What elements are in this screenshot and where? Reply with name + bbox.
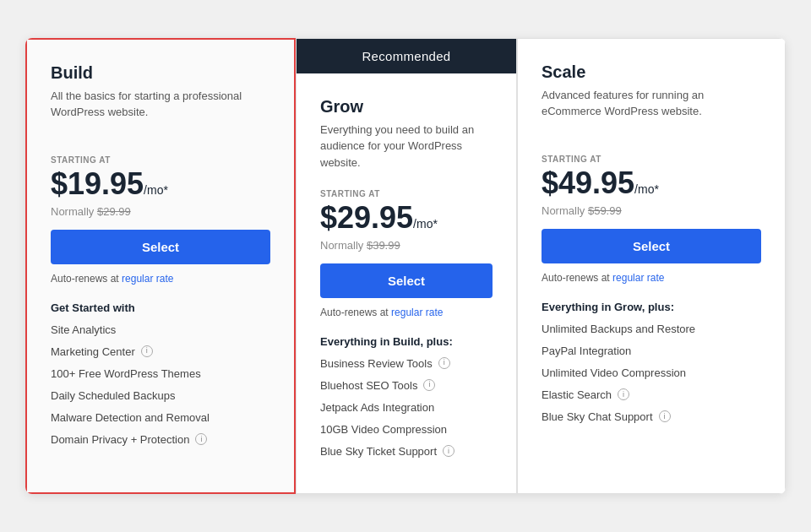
- plan-scale-price-row: $49.95 /mo*: [542, 166, 761, 201]
- plan-scale: Scale Advanced features for running an e…: [517, 38, 786, 495]
- plan-scale-title: Scale: [542, 62, 761, 82]
- plan-build-features-title: Get Started with: [51, 301, 270, 314]
- plan-grow-feature-5: Blue Sky Ticket Support i: [320, 444, 493, 459]
- plan-scale-feature-2: PayPal Integration: [542, 344, 761, 359]
- recommended-banner: Recommended: [297, 39, 516, 73]
- plan-scale-feature-3: Unlimited Video Compression: [542, 366, 761, 381]
- plan-grow-starting-label: STARTING AT: [320, 189, 493, 198]
- plan-grow-feature-3: Jetpack Ads Integration: [320, 400, 493, 415]
- plan-build-normally: Normally $29.99: [51, 205, 270, 218]
- plan-build-feature-2: Marketing Center i: [51, 345, 270, 360]
- plan-scale-original-price: $59.99: [588, 204, 622, 217]
- plan-grow-select-button[interactable]: Select: [320, 263, 493, 298]
- plan-grow-col: Recommended Grow Everything you need to …: [296, 38, 517, 495]
- info-icon-7: i: [659, 410, 671, 422]
- plan-build-price-row: $19.95 /mo*: [51, 166, 270, 202]
- plan-scale-starting-label: STARTING AT: [542, 155, 761, 164]
- plan-build-price-suffix: /mo*: [144, 183, 168, 197]
- plan-grow-normally: Normally $39.99: [320, 239, 493, 252]
- plan-build-feature-6: Domain Privacy + Protection i: [51, 432, 270, 448]
- plan-grow-price: $29.95: [320, 200, 413, 236]
- plan-build-desc: All the basics for starting a profession…: [51, 88, 270, 138]
- info-icon-3: i: [438, 357, 450, 369]
- plan-scale-price: $49.95: [542, 166, 634, 201]
- plan-build-feature-4: Daily Scheduled Backups: [51, 388, 270, 404]
- plan-build-auto-renew: Auto-renews at regular rate: [51, 273, 270, 285]
- plan-scale-feature-4: Elastic Search i: [542, 388, 761, 403]
- plan-grow-feature-1: Business Review Tools i: [320, 356, 493, 372]
- plan-grow-features-title: Everything in Build, plus:: [320, 335, 493, 348]
- plan-scale-feature-1: Unlimited Backups and Restore: [542, 322, 761, 337]
- plan-grow-price-suffix: /mo*: [413, 217, 438, 231]
- plan-grow-desc: Everything you need to build an audience…: [320, 122, 493, 172]
- plan-grow-feature-4: 10GB Video Compression: [320, 422, 493, 437]
- plan-build-select-button[interactable]: Select: [51, 230, 270, 264]
- plan-build-original-price: $29.99: [97, 205, 131, 218]
- info-icon-2: i: [195, 433, 207, 445]
- plan-scale-features-title: Everything in Grow, plus:: [542, 301, 761, 313]
- plan-grow-price-row: $29.95 /mo*: [320, 200, 493, 236]
- plan-scale-desc: Advanced features for running an eCommer…: [542, 87, 761, 138]
- pricing-container: Build All the basics for starting a prof…: [25, 38, 786, 495]
- plan-build-title: Build: [51, 63, 270, 83]
- plan-scale-select-button[interactable]: Select: [542, 229, 761, 263]
- plan-grow-auto-renew: Auto-renews at regular rate: [320, 307, 493, 318]
- plan-build-regular-rate-link[interactable]: regular rate: [122, 273, 173, 285]
- plan-build-feature-1: Site Analytics: [51, 323, 270, 338]
- plan-scale-normally: Normally $59.99: [542, 204, 761, 217]
- plan-build: Build All the basics for starting a prof…: [25, 38, 296, 495]
- plan-grow-original-price: $39.99: [367, 239, 400, 252]
- plan-scale-auto-renew: Auto-renews at regular rate: [542, 272, 761, 284]
- info-icon-4: i: [423, 379, 435, 391]
- plan-scale-price-suffix: /mo*: [634, 182, 659, 196]
- plan-grow-feature-2: Bluehost SEO Tools i: [320, 378, 493, 394]
- plan-build-feature-5: Malware Detection and Removal: [51, 410, 270, 426]
- recommended-label: Recommended: [362, 49, 450, 63]
- info-icon: i: [141, 345, 153, 357]
- info-icon-6: i: [618, 388, 629, 400]
- plan-scale-regular-rate-link[interactable]: regular rate: [612, 272, 664, 284]
- plan-grow-title: Grow: [320, 97, 493, 117]
- info-icon-5: i: [443, 445, 454, 457]
- plan-build-price: $19.95: [51, 166, 144, 202]
- plan-build-feature-3: 100+ Free WordPress Themes: [51, 366, 270, 382]
- plan-grow: Grow Everything you need to build an aud…: [297, 73, 516, 494]
- plan-build-starting-label: STARTING AT: [51, 155, 270, 165]
- plan-grow-regular-rate-link[interactable]: regular rate: [391, 307, 443, 318]
- plan-scale-feature-5: Blue Sky Chat Support i: [542, 410, 761, 425]
